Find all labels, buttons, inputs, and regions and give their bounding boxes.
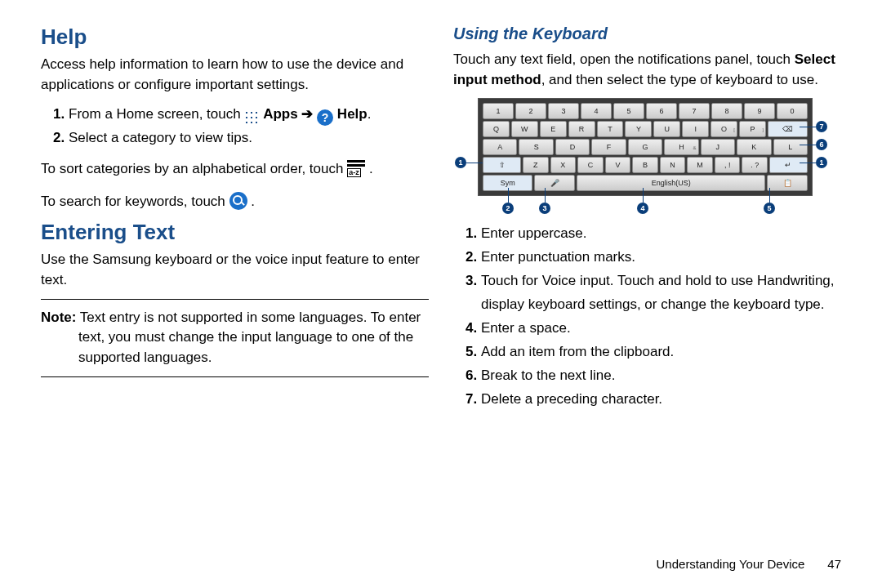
apps-grid-icon — [244, 110, 259, 125]
callout-6: 6 — [816, 139, 827, 150]
help-step-1: From a Home screen, touch Apps ➔ ? Help. — [69, 103, 429, 127]
heading-help: Help — [41, 24, 429, 50]
footer-section: Understanding Your Device — [657, 557, 805, 571]
callout-1-left: 1 — [455, 157, 466, 168]
callout-7: 7 — [816, 121, 827, 132]
callout-1-right: 1 — [816, 157, 827, 168]
kb-item-6: Break to the next line. — [481, 364, 841, 388]
callout-3: 3 — [539, 203, 550, 214]
kb-item-2: Enter punctuation marks. — [481, 246, 841, 270]
help-intro: Access help information to learn how to … — [41, 55, 429, 95]
kb-item-4: Enter a space. — [481, 317, 841, 341]
sort-instruction: To sort categories by an alphabetical or… — [41, 158, 429, 180]
search-icon — [229, 192, 247, 210]
note-box: Note: Text entry is not supported in som… — [41, 299, 429, 377]
note-label: Note: — [41, 310, 76, 325]
sort-az-icon — [347, 160, 365, 175]
left-column: Help Access help information to learn ho… — [41, 24, 429, 539]
search-instruction: To search for keywords, touch . — [41, 188, 429, 212]
help-question-icon: ? — [317, 109, 333, 126]
kb-item-3: Touch for Voice input. Touch and hold to… — [481, 270, 841, 317]
kb-item-1: Enter uppercase. — [481, 222, 841, 246]
callout-2: 2 — [502, 203, 514, 214]
keyboard-image: 1234567890 QWERTYUIO[P]⌫ ASDFGH&JKL ⇧ZXC… — [478, 98, 813, 196]
kb-item-5: Add an item from the clipboard. — [481, 341, 841, 364]
footer-page-number: 47 — [827, 557, 841, 571]
right-column: Using the Keyboard Touch any text field,… — [453, 24, 841, 539]
heading-using-keyboard: Using the Keyboard — [453, 24, 841, 43]
help-step-2: Select a category to view tips. — [69, 127, 429, 150]
keyboard-intro: Touch any text field, open the notificat… — [453, 50, 841, 90]
callout-5: 5 — [764, 203, 775, 214]
heading-entering-text: Entering Text — [41, 220, 429, 245]
callout-4: 4 — [637, 203, 648, 214]
entering-text-intro: Use the Samsung keyboard or the voice in… — [41, 250, 429, 290]
keyboard-diagram: 1234567890 QWERTYUIO[P]⌫ ASDFGH&JKL ⇧ZXC… — [453, 98, 829, 220]
note-body: Text entry is not supported in some lang… — [76, 310, 421, 365]
page-footer: Understanding Your Device 47 — [0, 555, 882, 588]
kb-item-7: Delete a preceding character. — [481, 388, 841, 412]
